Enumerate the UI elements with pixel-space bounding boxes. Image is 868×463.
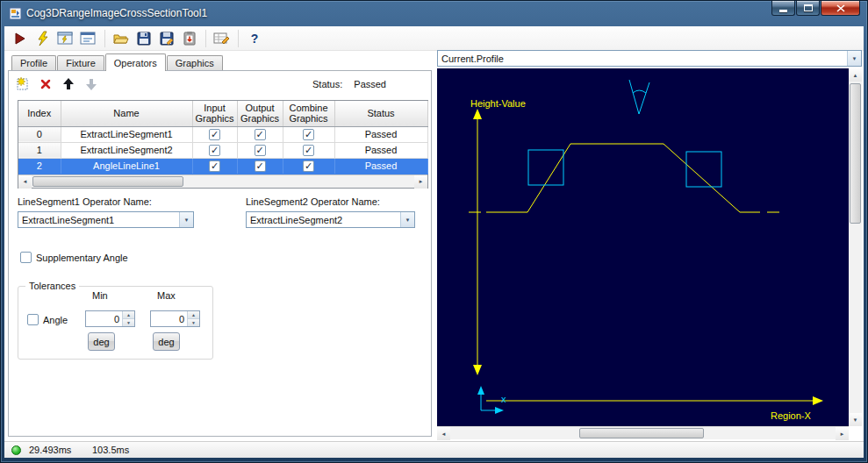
angle-tolerance-checkbox-row[interactable]: Angle [27,314,68,325]
combine-graphics-checkbox[interactable]: ✓ [303,145,314,156]
tolerances-group: Tolerances Min Max Angle 0 ▲▼ 0 ▲▼ deg d… [18,286,213,360]
tab-operators[interactable]: Operators [105,53,166,71]
column-header[interactable]: Combine Graphics [283,101,334,126]
scrollbar-thumb[interactable] [32,176,183,187]
angle-tolerance-label: Angle [43,315,68,325]
column-header[interactable]: Output Graphics [237,101,283,126]
record-selector-combo[interactable]: Current.Profile ▼ [437,50,862,67]
toolbar-separator [238,30,239,47]
chevron-down-icon[interactable]: ▼ [400,212,414,227]
angle-max-input[interactable]: 0 ▲▼ [150,310,200,327]
operator-row[interactable]: 1ExtractLineSegment2✓✓✓Passed [18,142,427,158]
expression-editor-button[interactable] [212,28,233,49]
supplementary-angle-checkbox[interactable] [20,252,32,263]
output-graphics-checkbox[interactable]: ✓ [255,160,266,172]
chevron-down-icon[interactable]: ▼ [179,212,193,227]
window-title: Cog3DRangeImageCrossSectionTool1 [26,7,207,19]
height-axis-label: Height-Value [470,98,526,109]
add-operator-icon [15,76,31,92]
scroll-right-icon[interactable]: ► [414,175,427,189]
delete-operator-icon [38,76,54,92]
spin-up-icon[interactable]: ▲ [188,311,199,319]
column-header[interactable]: Status [334,101,427,126]
total-time: 103.5ms [92,445,129,455]
run-tool-group-button[interactable] [55,28,76,49]
move-up-icon [61,76,76,92]
help-button[interactable]: ? [244,28,265,49]
output-graphics-checkbox[interactable]: ✓ [255,145,266,156]
output-graphics-checkbox[interactable]: ✓ [255,129,266,140]
save-icon [136,31,152,46]
row-status-cell: Passed [334,158,427,174]
tab-fixture[interactable]: Fixture [57,55,104,70]
column-header[interactable]: Name [61,101,192,126]
operator-row[interactable]: 2AngleLineLine1✓✓✓Passed [18,158,427,174]
scroll-up-icon[interactable]: ▲ [849,68,862,82]
minimize-button[interactable] [771,1,795,16]
linesegment1-label: LineSegment1 Operator Name: [18,196,152,207]
spin-down-icon[interactable]: ▼ [123,319,134,326]
scroll-right-icon[interactable]: ► [836,427,849,440]
supplementary-angle-checkbox-row[interactable]: Supplementary Angle [20,252,128,263]
tool-window-icon [80,31,97,46]
open-button[interactable] [111,28,132,49]
input-graphics-checkbox[interactable]: ✓ [209,129,220,140]
minimize-icon [779,10,787,12]
tolerances-group-label: Tolerances [25,281,79,291]
linesegment1-operator-combo[interactable]: ExtractLineSegment1 ▼ [18,211,194,228]
scrollbar-thumb[interactable] [579,428,704,438]
max-label: Max [157,290,176,301]
row-index-cell: 1 [18,142,61,158]
scroll-left-icon[interactable]: ◄ [437,427,450,440]
angle-max-unit-button[interactable]: deg [153,332,180,351]
row-index-cell: 0 [18,126,61,142]
run-button[interactable] [10,28,31,49]
spin-up-icon[interactable]: ▲ [123,311,134,319]
input-graphics-checkbox[interactable]: ✓ [209,160,220,172]
window-controls [771,1,860,16]
operator-grid: IndexNameInput GraphicsOutput GraphicsCo… [18,100,428,189]
maximize-button[interactable] [796,1,820,16]
spin-down-icon[interactable]: ▼ [188,319,199,326]
tab-graphics[interactable]: Graphics [167,55,223,70]
combine-graphics-checkbox[interactable]: ✓ [303,129,314,140]
operator-row[interactable]: 0ExtractLineSegment1✓✓✓Passed [18,126,427,142]
add-operator-button[interactable] [14,75,32,93]
angle-arc [633,90,646,93]
angle-tolerance-checkbox[interactable] [27,314,39,325]
region-axis-label: Region-X [771,410,812,421]
input-graphics-cell: ✓ [192,126,237,142]
close-button[interactable] [821,1,860,16]
column-header[interactable]: Index [18,101,61,126]
canvas-horizontal-scrollbar[interactable]: ◄ ► [437,426,849,439]
move-up-button[interactable] [60,75,77,93]
profile-line [486,144,760,212]
scroll-down-icon[interactable]: ▼ [849,413,862,426]
input-graphics-checkbox[interactable]: ✓ [209,145,220,156]
row-index-cell: 2 [18,158,61,174]
x-axis-arrow [813,396,823,405]
scroll-left-icon[interactable]: ◄ [18,175,32,189]
delete-operator-button[interactable] [37,75,54,93]
save-as-button[interactable] [156,28,177,49]
combine-graphics-checkbox[interactable]: ✓ [303,160,314,172]
angle-min-unit-button[interactable]: deg [88,332,115,351]
canvas-vertical-scrollbar[interactable]: ▲ ▼ [849,68,862,426]
profile-display-canvas[interactable]: Height-Value Region-X [437,68,849,426]
linesegment2-operator-combo[interactable]: ExtractLineSegment2 ▼ [246,211,415,228]
title-bar[interactable]: Cog3DRangeImageCrossSectionTool1 [1,1,867,26]
angle-min-input[interactable]: 0 ▲▼ [85,310,135,327]
move-down-button[interactable] [82,75,100,93]
scrollbar-thumb[interactable] [850,83,861,224]
save-button[interactable] [133,28,154,49]
grid-horizontal-scrollbar[interactable]: ◄ ► [18,175,427,188]
run-electric-button[interactable] [32,28,54,49]
column-header[interactable]: Input Graphics [192,101,237,126]
run-icon [12,31,28,46]
paste-button[interactable] [179,28,200,49]
show-tool-editor-button[interactable] [78,28,99,49]
move-down-icon [83,76,99,92]
tab-profile[interactable]: Profile [11,55,56,70]
chevron-down-icon[interactable]: ▼ [847,51,861,66]
linesegment1-highlight-box [528,150,563,185]
